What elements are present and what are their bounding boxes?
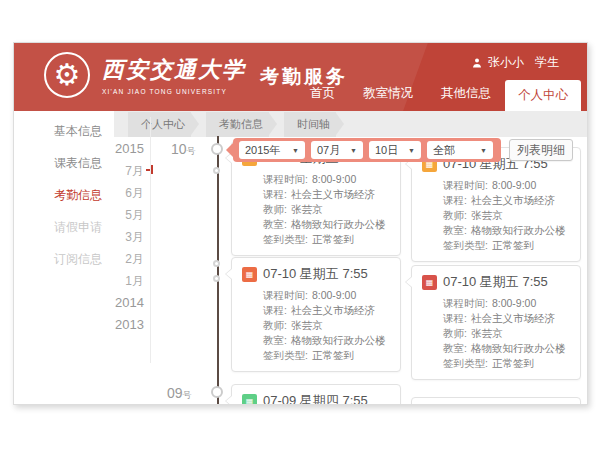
calendar-icon: ▦ [242,394,257,406]
attendance-card: ▦ 07-10 星期五 7:55 课程时间:8:00-9:00 课程:社会主义市… [231,257,401,372]
nav-item-home[interactable]: 首页 [296,78,349,111]
month-dropdown[interactable]: 07月 ▼ [311,141,363,159]
user-menu[interactable]: 张小小 学生 [471,54,559,71]
month-nav-jan[interactable]: 1月 [44,270,144,292]
day-label-09[interactable]: 09号 [167,385,192,402]
university-name: 西安交通大学 XI'AN JIAO TONG UNIVERSITY [102,55,246,95]
calendar-icon: ▦ [242,267,257,282]
university-name-en: XI'AN JIAO TONG UNIVERSITY [102,88,246,95]
nav-item-classrooms[interactable]: 教室情况 [349,78,427,111]
nav-item-personal-center[interactable]: 个人中心 [505,80,581,111]
month-nav-2015[interactable]: 2015 [44,138,144,160]
user-name: 张小小 [488,54,524,71]
app-window: ⚙ 西安交通大学 XI'AN JIAO TONG UNIVERSITY 考勤服务… [13,42,588,405]
breadcrumb-item-personal-center[interactable]: 个人中心 [128,112,199,137]
caret-down-icon: ▼ [480,147,487,154]
year-dropdown[interactable]: 2015年 ▼ [239,141,305,159]
breadcrumb: 个人中心 考勤信息 时间轴 [114,111,588,137]
breadcrumb-item-timeline[interactable]: 时间轴 [284,112,344,137]
user-role: 学生 [535,54,559,71]
month-nav-jul[interactable]: 7月 [44,160,144,182]
type-dropdown[interactable]: 全部 ▼ [427,141,493,159]
top-nav: 首页 教室情况 其他信息 个人中心 [296,78,581,111]
timeline-node-day10 [211,143,223,155]
list-detail-button[interactable]: 列表明细 [509,139,573,161]
timeline-month-nav: 2015 7月 6月 5月 3月 2月 1月 2014 2013 [44,138,144,336]
university-logo-icon: ⚙ [44,52,90,98]
breadcrumb-separator [269,113,277,135]
user-icon [471,57,483,69]
timeline-node [213,260,220,267]
breadcrumb-separator [191,113,199,135]
attendance-card-stub [411,397,581,405]
university-name-cn: 西安交通大学 [102,55,246,85]
attendance-card: ▦ 07-09 星期四 7:55 课程时间:8:00-9:00 课程:社会主义市… [231,384,401,405]
card-date-title: 07-09 星期四 7:55 [263,392,368,405]
timeline-line [217,136,219,405]
card-date-title: 07-10 星期五 7:55 [263,265,368,283]
month-nav-mar[interactable]: 3月 [44,226,144,248]
month-nav-jun[interactable]: 6月 [44,182,144,204]
month-nav-divider [150,117,151,363]
timeline-node [213,275,220,282]
month-nav-feb[interactable]: 2月 [44,248,144,270]
day-label-10[interactable]: 10号 [171,141,196,158]
attendance-card: ▦ 07-10 星期五 7:55 课程时间:8:00-9:00 课程:社会主义市… [411,265,581,380]
caret-down-icon: ▼ [350,147,357,154]
attendance-card: ▦ 07-10 星期五 7:55 课程时间:8:00-9:00 课程:社会主义市… [411,147,581,262]
breadcrumb-item-attendance[interactable]: 考勤信息 [206,112,277,137]
card-date-title: 07-10 星期五 7:55 [443,273,548,291]
day-dropdown[interactable]: 10日 ▼ [369,141,421,159]
month-nav-2014[interactable]: 2014 [44,292,144,314]
timeline-node-day09 [211,386,223,398]
month-nav-2013[interactable]: 2013 [44,314,144,336]
stamp-icon: ▦ [422,275,437,290]
timeline-node [213,167,220,174]
nav-item-other-info[interactable]: 其他信息 [427,78,505,111]
page: ⚙ 西安交通大学 XI'AN JIAO TONG UNIVERSITY 考勤服务… [0,0,600,450]
month-nav-may[interactable]: 5月 [44,204,144,226]
breadcrumb-separator [336,113,344,135]
caret-down-icon: ▼ [408,147,415,154]
app-header: ⚙ 西安交通大学 XI'AN JIAO TONG UNIVERSITY 考勤服务… [14,43,588,111]
date-filter-bar: 2015年 ▼ 07月 ▼ 10日 ▼ 全部 ▼ [233,138,501,162]
caret-down-icon: ▼ [292,147,299,154]
